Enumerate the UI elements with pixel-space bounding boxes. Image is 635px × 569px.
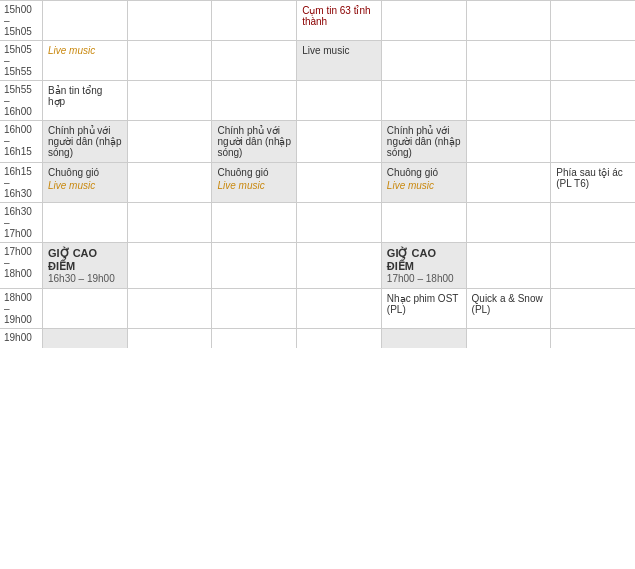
cell-r8-c1	[127, 328, 212, 348]
cell-r7-c3	[296, 288, 381, 328]
cell-r6-c0: GIỜ CAO ĐIỂM16h30 – 19h00	[42, 242, 127, 288]
time-label-1: 15h05 – 15h55	[0, 40, 42, 80]
cell-r4-c0: Chuông gióLive music	[42, 162, 127, 202]
cell-r3-c6	[550, 120, 635, 162]
cell-r6-c6	[550, 242, 635, 288]
cell-r7-c2	[211, 288, 296, 328]
cell-r0-c0	[42, 0, 127, 40]
time-label-3: 16h00 – 16h15	[0, 120, 42, 162]
time-label-6: 17h00 – 18h00	[0, 242, 42, 288]
cell-r0-c6	[550, 0, 635, 40]
cell-r4-c3	[296, 162, 381, 202]
cell-r4-c6: Phía sau tội ác (PL T6)	[550, 162, 635, 202]
cell-r1-c1	[127, 40, 212, 80]
cell-r2-c4	[381, 80, 466, 120]
cell-r8-c0	[42, 328, 127, 348]
cell-r1-c5	[466, 40, 551, 80]
cell-r6-c2	[211, 242, 296, 288]
cell-r5-c5	[466, 202, 551, 242]
cell-r3-c2: Chính phủ với người dân (nhập sóng)	[211, 120, 296, 162]
cell-r0-c2	[211, 0, 296, 40]
cell-r1-c4	[381, 40, 466, 80]
cell-r0-c5	[466, 0, 551, 40]
cell-r0-c1	[127, 0, 212, 40]
cell-r1-c3: Live music	[296, 40, 381, 80]
cell-r2-c0: Bản tin tổng hợp	[42, 80, 127, 120]
cell-r4-c2: Chuông gióLive music	[211, 162, 296, 202]
cell-r3-c3	[296, 120, 381, 162]
cell-r6-c4: GIỜ CAO ĐIỂM17h00 – 18h00	[381, 242, 466, 288]
cell-r2-c1	[127, 80, 212, 120]
cell-r5-c4	[381, 202, 466, 242]
cell-r5-c6	[550, 202, 635, 242]
cell-r5-c2	[211, 202, 296, 242]
cell-r4-c4: Chuông gióLive music	[381, 162, 466, 202]
cell-r3-c4: Chính phủ với người dân (nhập sóng)	[381, 120, 466, 162]
time-label-7: 18h00 – 19h00	[0, 288, 42, 328]
cell-r1-c6	[550, 40, 635, 80]
cell-r6-c1	[127, 242, 212, 288]
cell-r4-c5	[466, 162, 551, 202]
cell-r2-c6	[550, 80, 635, 120]
cell-r2-c2	[211, 80, 296, 120]
time-label-5: 16h30 – 17h00	[0, 202, 42, 242]
cell-r8-c2	[211, 328, 296, 348]
cell-r6-c3	[296, 242, 381, 288]
cell-r0-c4	[381, 0, 466, 40]
cell-r1-c2	[211, 40, 296, 80]
cell-r8-c4	[381, 328, 466, 348]
cell-r8-c6	[550, 328, 635, 348]
cell-r7-c0	[42, 288, 127, 328]
cell-r3-c1	[127, 120, 212, 162]
cell-r4-c1	[127, 162, 212, 202]
time-label-8: 19h00	[0, 328, 42, 348]
cell-r0-c3: Cụm tin 63 tỉnh thành	[296, 0, 381, 40]
cell-r8-c3	[296, 328, 381, 348]
time-label-4: 16h15 – 16h30	[0, 162, 42, 202]
cell-r2-c3	[296, 80, 381, 120]
time-label-0: 15h00 – 15h05	[0, 0, 42, 40]
cell-r5-c0	[42, 202, 127, 242]
cell-r5-c1	[127, 202, 212, 242]
cell-r6-c5	[466, 242, 551, 288]
schedule-grid: 15h00 – 15h05Cụm tin 63 tỉnh thành15h05 …	[0, 0, 635, 348]
cell-r7-c5: Quick a & Snow (PL)	[466, 288, 551, 328]
cell-r3-c5	[466, 120, 551, 162]
cell-r8-c5	[466, 328, 551, 348]
cell-r7-c1	[127, 288, 212, 328]
cell-r3-c0: Chính phủ với người dân (nhập sóng)	[42, 120, 127, 162]
cell-r7-c6	[550, 288, 635, 328]
cell-r7-c4: Nhạc phim OST (PL)	[381, 288, 466, 328]
time-label-2: 15h55 – 16h00	[0, 80, 42, 120]
cell-r5-c3	[296, 202, 381, 242]
cell-r2-c5	[466, 80, 551, 120]
cell-r1-c0: Live music	[42, 40, 127, 80]
